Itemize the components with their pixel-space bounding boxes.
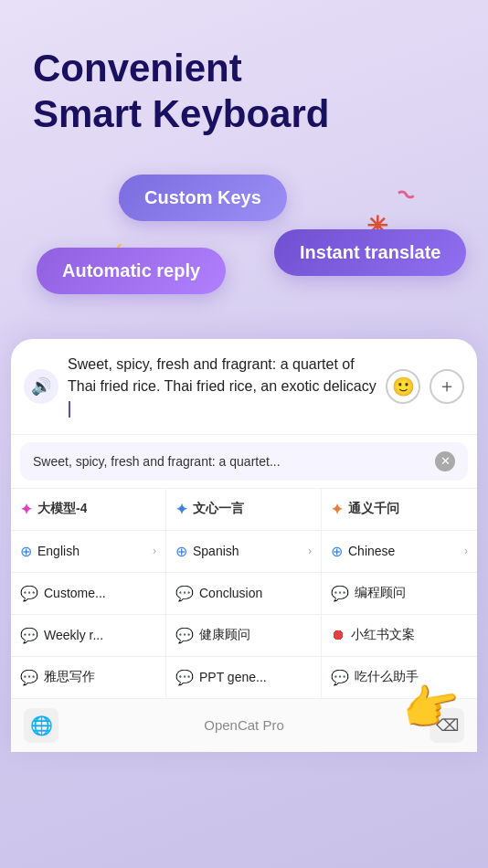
input-text[interactable]: Sweet, spicy, fresh and fragrant: a quar… bbox=[68, 354, 377, 419]
damodel-icon: ✦ bbox=[20, 501, 32, 518]
automatic-reply-badge[interactable]: Automatic reply bbox=[37, 248, 226, 294]
cell-coding[interactable]: 💬 编程顾问 bbox=[322, 573, 477, 614]
query-bar: Sweet, spicy, fresh and fragrant: a quar… bbox=[20, 442, 468, 481]
lang-english[interactable]: ⊕ English › bbox=[11, 531, 166, 572]
emoji-icon: 🙂 bbox=[392, 376, 415, 397]
ai-cell-wenxin[interactable]: ✦ 文心一言 bbox=[166, 489, 322, 530]
prompt-row-3: 💬 Custome... 💬 Conclusion 💬 编程顾问 bbox=[11, 572, 477, 614]
cell-ppt[interactable]: 💬 PPT gene... bbox=[166, 657, 322, 698]
lang-chinese[interactable]: ⊕ Chinese › bbox=[322, 531, 477, 572]
emoji-button[interactable]: 🙂 bbox=[386, 369, 420, 404]
wenxin-icon: ✦ bbox=[175, 501, 187, 518]
chinese-lang-icon: ⊕ bbox=[331, 543, 343, 560]
opencat-label: OpenCat Pro bbox=[58, 717, 430, 733]
page-title: Convenient Smart Keyboard bbox=[33, 46, 455, 138]
food-icon: 💬 bbox=[331, 669, 349, 686]
custom-keys-badge[interactable]: Custom Keys bbox=[119, 175, 287, 221]
text-input-area: 🔊 Sweet, spicy, fresh and fragrant: a qu… bbox=[11, 339, 477, 435]
ppt-icon: 💬 bbox=[175, 669, 194, 686]
badges-area: ⚡ ✳ 〜 Custom Keys Automatic reply Instan… bbox=[18, 156, 470, 330]
cell-health[interactable]: 💬 健康顾问 bbox=[166, 615, 322, 656]
prompt-row-4: 💬 Weekly r... 💬 健康顾问 ⏺ 小红书文案 bbox=[11, 614, 477, 656]
chinese-arrow: › bbox=[464, 545, 468, 557]
ai-cell-tongyi[interactable]: ✦ 通义千问 bbox=[322, 489, 477, 530]
conclusion-icon: 💬 bbox=[175, 585, 194, 602]
hand-pointer-icon: 👉 bbox=[397, 675, 465, 740]
english-lang-icon: ⊕ bbox=[20, 543, 32, 560]
xiaohongshu-icon: ⏺ bbox=[331, 627, 345, 643]
instant-translate-badge[interactable]: Instant translate bbox=[274, 229, 466, 276]
cell-xiaohongshu[interactable]: ⏺ 小红书文案 bbox=[322, 615, 477, 656]
mic-button[interactable]: 🔊 bbox=[24, 369, 58, 404]
spanish-lang-icon: ⊕ bbox=[175, 543, 187, 560]
spanish-arrow: › bbox=[308, 545, 312, 557]
cell-conclusion[interactable]: 💬 Conclusion bbox=[166, 573, 322, 614]
cursor bbox=[69, 401, 70, 418]
squiggle-icon: 〜 bbox=[393, 181, 419, 210]
cell-customer[interactable]: 💬 Custome... bbox=[11, 573, 166, 614]
language-row: ⊕ English › ⊕ Spanish › ⊕ Chinese › bbox=[11, 530, 477, 572]
english-arrow: › bbox=[153, 545, 156, 557]
globe-button[interactable]: 🌐 bbox=[24, 708, 58, 743]
weekly-icon: 💬 bbox=[20, 627, 38, 644]
tongyi-icon: ✦ bbox=[331, 501, 343, 518]
globe-icon: 🌐 bbox=[30, 715, 53, 736]
ai-model-row: ✦ 大模型-4 ✦ 文心一言 ✦ 通义千问 bbox=[11, 488, 477, 530]
mic-icon: 🔊 bbox=[31, 376, 51, 397]
query-text: Sweet, spicy, fresh and fragrant: a quar… bbox=[33, 454, 428, 469]
plus-button[interactable]: ＋ bbox=[430, 369, 464, 404]
plus-icon: ＋ bbox=[438, 374, 456, 398]
health-icon: 💬 bbox=[175, 627, 194, 644]
lang-spanish[interactable]: ⊕ Spanish › bbox=[166, 531, 322, 572]
ai-cell-damodel[interactable]: ✦ 大模型-4 bbox=[11, 489, 166, 530]
cell-weekly[interactable]: 💬 Weekly r... bbox=[11, 615, 166, 656]
close-icon: ✕ bbox=[440, 454, 451, 468]
customer-icon: 💬 bbox=[20, 585, 38, 602]
cell-ielts[interactable]: 💬 雅思写作 bbox=[11, 657, 166, 698]
header: Convenient Smart Keyboard bbox=[0, 0, 488, 156]
ielts-icon: 💬 bbox=[20, 669, 38, 686]
query-close-button[interactable]: ✕ bbox=[435, 451, 455, 471]
coding-icon: 💬 bbox=[331, 585, 349, 602]
